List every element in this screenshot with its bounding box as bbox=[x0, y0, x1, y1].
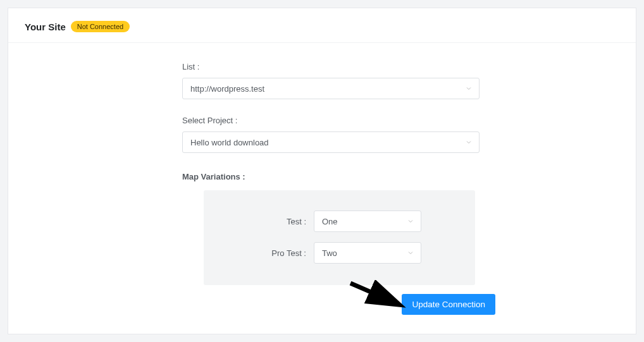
project-select-value: Hello world download bbox=[190, 138, 269, 147]
variation-row-label: Test : bbox=[225, 217, 314, 226]
update-connection-button[interactable]: Update Connection bbox=[402, 294, 495, 315]
settings-panel: Your Site Not Connected List : http://wo… bbox=[8, 8, 636, 334]
list-label: List : bbox=[182, 62, 480, 71]
chevron-down-icon bbox=[465, 138, 473, 146]
project-select[interactable]: Hello world download bbox=[182, 131, 480, 153]
variations-box: Test : One Pro Test : Two bbox=[204, 190, 475, 285]
variation-row-label: Pro Test : bbox=[225, 248, 314, 258]
chevron-down-icon bbox=[407, 249, 414, 257]
button-row: Update Connection bbox=[182, 294, 495, 315]
variation-select-test[interactable]: One bbox=[314, 211, 421, 232]
variation-select-value: One bbox=[322, 217, 338, 226]
list-select[interactable]: http://wordpress.test bbox=[182, 78, 480, 99]
form-area: List : http://wordpress.test Select Proj… bbox=[182, 43, 480, 327]
page-title: Your Site bbox=[25, 21, 66, 32]
chevron-down-icon bbox=[465, 85, 473, 92]
variation-select-protest[interactable]: Two bbox=[314, 242, 421, 264]
variation-row: Test : One bbox=[225, 211, 454, 232]
project-field: Select Project : Hello world download bbox=[182, 116, 480, 153]
variation-row: Pro Test : Two bbox=[225, 242, 454, 264]
status-badge: Not Connected bbox=[71, 21, 130, 32]
variation-select-value: Two bbox=[322, 248, 337, 258]
variations-label: Map Variations : bbox=[182, 172, 480, 181]
list-field: List : http://wordpress.test bbox=[182, 62, 480, 99]
project-label: Select Project : bbox=[182, 116, 480, 125]
panel-header: Your Site Not Connected bbox=[8, 8, 636, 43]
chevron-down-icon bbox=[407, 217, 414, 225]
list-select-value: http://wordpress.test bbox=[190, 84, 264, 94]
